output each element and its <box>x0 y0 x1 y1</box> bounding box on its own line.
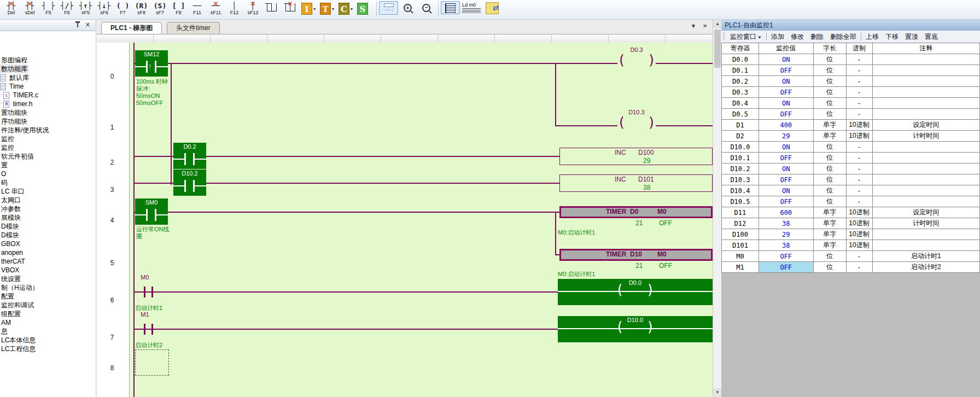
attr-cell[interactable]: 位 <box>813 251 846 262</box>
comment-cell[interactable] <box>872 87 980 98</box>
attr-cell[interactable]: 位 <box>813 153 846 164</box>
attr-cell[interactable]: 10进制 <box>846 131 872 142</box>
falling-edge-contact-button[interactable]: ┤↓├sF6 <box>95 1 113 16</box>
ladder-vertical-scrollbar[interactable]: ▲ ▼ <box>713 20 722 397</box>
value-cell[interactable]: OFF <box>759 153 813 164</box>
attr-cell[interactable]: 位 <box>813 262 846 273</box>
attr-cell[interactable]: 单字 <box>813 207 846 218</box>
normally-open-contact-button[interactable]: ┤ ├F5 <box>39 1 57 16</box>
output-coil-button[interactable]: ( )F7 <box>114 1 132 16</box>
attr-cell[interactable]: - <box>846 98 872 109</box>
delete-row-button[interactable]: ✕ <box>281 1 299 12</box>
attr-cell[interactable]: 10进制 <box>846 229 872 240</box>
scroll-down-icon[interactable]: ▼ <box>713 388 722 397</box>
tree-item[interactable]: 配置 <box>0 292 96 301</box>
attr-cell[interactable]: - <box>846 54 872 65</box>
comment-cell[interactable] <box>872 109 980 120</box>
attr-cell[interactable]: 位 <box>813 98 846 109</box>
attr-cell[interactable]: 位 <box>813 87 846 98</box>
attr-cell[interactable]: 位 <box>813 174 846 185</box>
comment-cell[interactable] <box>872 142 980 153</box>
tree-item[interactable]: 码 <box>0 178 96 187</box>
comment-cell[interactable] <box>872 196 980 207</box>
comment-cell[interactable]: 启动计时2 <box>872 262 980 273</box>
register-cell[interactable]: D1 <box>722 120 759 131</box>
attr-cell[interactable]: - <box>846 65 872 76</box>
delete-vertical-line-button[interactable]: │✕sF12 <box>244 1 262 16</box>
attr-cell[interactable]: 10进制 <box>846 240 872 251</box>
contact-sm12[interactable]: SM12 ↑ <box>135 50 168 77</box>
value-cell[interactable]: 600 <box>759 207 813 218</box>
fit-width-button[interactable]: ←▫→ <box>379 1 398 15</box>
attr-cell[interactable]: 位 <box>813 76 846 87</box>
comment-cell[interactable] <box>872 174 980 185</box>
tree-item[interactable]: therCAT <box>0 257 96 266</box>
register-cell[interactable]: D10.4 <box>722 185 759 196</box>
attr-cell[interactable]: 位 <box>813 196 846 207</box>
tree-item[interactable]: 数功能库 <box>0 65 96 73</box>
monitor-row[interactable]: D0.4ON位- <box>722 98 980 109</box>
contact-d10-2[interactable]: D10.2 <box>173 170 206 196</box>
monitor-row[interactable]: D1238单字10进制计时时间 <box>722 218 980 229</box>
attr-cell[interactable]: - <box>846 87 872 98</box>
attr-cell[interactable]: 10进制 <box>846 207 872 218</box>
monitor-row[interactable]: D0.1OFF位- <box>722 65 980 76</box>
attr-cell[interactable]: 单字 <box>813 120 846 131</box>
coil-d0-0[interactable]: D0.0 ( ) <box>558 279 713 305</box>
value-cell[interactable]: OFF <box>759 251 813 262</box>
zoom-in-button[interactable]: + <box>399 1 417 13</box>
tree-item[interactable]: 置功能块 <box>0 108 96 117</box>
timer1-box[interactable]: TIMER D0 M0 <box>559 206 713 218</box>
value-cell[interactable]: 38 <box>759 218 813 229</box>
contact-d0-2[interactable]: D0.2 <box>173 143 206 169</box>
value-cell[interactable]: 29 <box>759 229 813 240</box>
vertical-line-button[interactable]: │F12 <box>225 1 243 16</box>
tree-item[interactable]: 形图编程 <box>0 56 96 65</box>
monitor-row[interactable]: D10.2ON位- <box>722 164 980 174</box>
monitor-row[interactable]: D10.4ON位- <box>722 185 980 196</box>
register-cell[interactable]: D10.3 <box>722 174 759 185</box>
instruction-box-button[interactable]: [ ]F8 <box>170 1 188 16</box>
tree-item[interactable]: 展模块 <box>0 213 96 222</box>
monitor-toolbar-button[interactable]: 置顶 <box>902 32 921 42</box>
attr-cell[interactable]: 位 <box>813 65 846 76</box>
column-header[interactable]: 字长 <box>813 43 846 54</box>
tab-plc1-ladder[interactable]: PLC1 - 梯形图 <box>101 22 162 34</box>
monitor-row[interactable]: D1400单字10进制设定时间 <box>722 120 980 131</box>
timer2-box[interactable]: TIMER D10 M0 <box>559 249 713 261</box>
comment-cell[interactable] <box>872 98 980 109</box>
attr-cell[interactable]: 10进制 <box>846 120 872 131</box>
value-cell[interactable]: ON <box>759 54 813 65</box>
value-cell[interactable]: ON <box>759 142 813 153</box>
attr-cell[interactable]: 位 <box>813 164 846 174</box>
delete-horizontal-line-button[interactable]: ──✕sF11 <box>207 1 225 16</box>
attr-cell[interactable]: 单字 <box>813 240 846 251</box>
value-cell[interactable]: OFF <box>759 262 813 273</box>
tree-item[interactable]: 序功能块 <box>0 117 96 126</box>
instruction-list-button[interactable]: Ld m0 <box>460 1 482 14</box>
attr-cell[interactable]: - <box>846 76 872 87</box>
delete-element-shift-button[interactable]: ┤├✕sDel <box>21 1 39 16</box>
selection-cursor-cell[interactable] <box>135 349 169 376</box>
monitor-window-dropdown[interactable]: 监控窗口▼ <box>727 32 765 42</box>
coil-d10-3[interactable]: D10.3 ( ) <box>617 109 656 118</box>
attr-cell[interactable]: 位 <box>813 109 846 120</box>
column-header[interactable]: 监控值 <box>759 43 813 54</box>
tree-item[interactable]: LC 串口 <box>0 187 96 196</box>
comment-cell[interactable] <box>872 185 980 196</box>
monitor-row[interactable]: D229单字10进制计时时间 <box>722 131 980 142</box>
tree-item[interactable]: 冲参数 <box>0 205 96 213</box>
tree-item[interactable]: VBOX <box>0 266 96 275</box>
value-cell[interactable]: OFF <box>759 196 813 207</box>
coil-d0-3[interactable]: D0.3 ( ) <box>617 46 656 55</box>
comment-cell[interactable] <box>872 65 980 76</box>
monitor-toolbar-button[interactable]: 上移 <box>862 32 882 42</box>
tree-item[interactable]: O <box>0 170 96 178</box>
normally-closed-contact-button[interactable]: ┤/├F6 <box>58 1 76 16</box>
value-cell[interactable]: OFF <box>759 65 813 76</box>
attr-cell[interactable]: 10进制 <box>846 218 872 229</box>
register-cell[interactable]: D101 <box>722 240 759 251</box>
tree-item[interactable]: ┈Htimer.h <box>0 100 96 108</box>
comment-cell[interactable] <box>872 229 980 240</box>
register-cell[interactable]: D100 <box>722 229 759 240</box>
